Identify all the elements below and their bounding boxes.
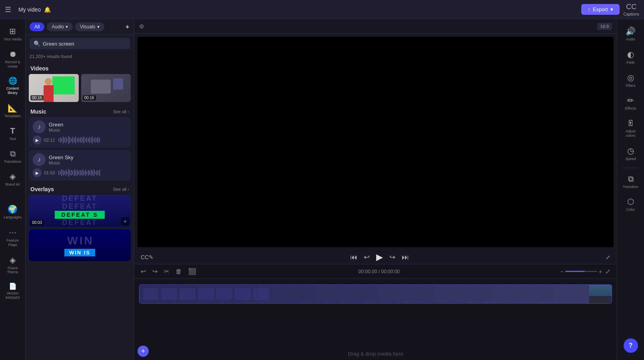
overlays-see-all[interactable]: See all › bbox=[113, 187, 129, 192]
content-library-icon: 🌐 bbox=[8, 76, 17, 85]
sidebar-item-feature-flags[interactable]: ⋯ FeatureFlags bbox=[2, 224, 24, 250]
sidebar-item-templates[interactable]: 📐 Templates bbox=[2, 100, 24, 122]
right-nav-audio[interactable]: 🔊 Audio bbox=[619, 23, 643, 45]
right-nav-speed[interactable]: ◷ Speed bbox=[619, 143, 643, 164]
overlays-section-title: Overlays bbox=[30, 186, 54, 192]
export-button[interactable]: ↑ Export ▾ bbox=[581, 4, 619, 15]
search-bar: 🔍 bbox=[30, 38, 130, 49]
skip-back-button[interactable]: ⏮ bbox=[350, 253, 357, 262]
captions-icon: CC bbox=[626, 3, 636, 11]
video-grid: 00:16 00:16 bbox=[29, 74, 131, 102]
add-media-button[interactable]: + bbox=[138, 346, 149, 357]
waveform-2 bbox=[58, 169, 127, 177]
music-item-1[interactable]: ♪ Green Music ▶ 02:12 bbox=[29, 117, 131, 148]
tab-all[interactable]: All bbox=[30, 22, 44, 31]
title-icon: 🔔 bbox=[44, 6, 51, 13]
defeat-highlight-text: DEFEAT S bbox=[55, 211, 104, 219]
brand-kit-icon: ◈ bbox=[10, 172, 16, 181]
help-button[interactable]: ? bbox=[624, 338, 638, 353]
music-section-title: Music bbox=[30, 108, 46, 115]
right-nav-effects[interactable]: ✏ Effects bbox=[619, 92, 643, 114]
caption-edit-button[interactable]: CC✎ bbox=[141, 254, 154, 260]
hamburger-menu[interactable]: ☰ bbox=[5, 5, 11, 14]
fade-icon: ◐ bbox=[627, 50, 634, 59]
clip-segment-6 bbox=[235, 288, 251, 300]
sidebar-item-transitions[interactable]: ⧉ Transitions bbox=[2, 146, 24, 167]
overlay-item-win[interactable]: W I N WIN IS bbox=[29, 229, 131, 261]
clip-thumbnail bbox=[589, 284, 612, 304]
sidebar-item-your-media[interactable]: ⊞ Your media bbox=[2, 23, 24, 45]
videos-section-header: Videos bbox=[29, 62, 131, 74]
preview-top-bar: ⚙ 16:9 bbox=[134, 19, 617, 34]
delete-button[interactable]: 🗑 bbox=[174, 267, 183, 276]
music-item-2[interactable]: ♪ Green Sky Music ▶ 01:50 bbox=[29, 150, 131, 180]
music-icon-1: ♪ bbox=[33, 120, 46, 133]
forward-button[interactable]: ↪ bbox=[389, 253, 395, 262]
languages-icon: 🌍 bbox=[8, 204, 18, 214]
right-nav-filters[interactable]: ◎ Filters bbox=[619, 70, 643, 91]
rewind-button[interactable]: ↩ bbox=[364, 253, 370, 262]
playback-row: CC✎ ⏮ ↩ ▶ ↪ ⏭ ⤢ bbox=[134, 250, 617, 264]
zoom-in-icon: + bbox=[599, 268, 602, 275]
fit-button[interactable]: ⤢ bbox=[604, 267, 612, 276]
feature-flags-icon: ⋯ bbox=[9, 228, 17, 237]
overlay-1-duration: 00:03 bbox=[30, 220, 44, 225]
search-input[interactable] bbox=[43, 41, 126, 47]
sidebar-item-fluent-theme[interactable]: ◈ FluentTheme bbox=[2, 252, 24, 278]
tab-visuals[interactable]: Visuals ▾ bbox=[75, 22, 104, 31]
music-see-all[interactable]: See all › bbox=[113, 109, 129, 114]
cut-button[interactable]: ✂ bbox=[162, 267, 171, 276]
clip-track-1[interactable] bbox=[139, 284, 612, 304]
preview-settings-icon[interactable]: ⚙ bbox=[139, 23, 144, 30]
overlay-1-add[interactable]: + bbox=[121, 217, 129, 225]
preview-ratio-btn[interactable]: 16:9 bbox=[597, 23, 612, 30]
timeline-time: 00:00.00 / 00:00:00 bbox=[359, 269, 400, 274]
title-section: My video 🔔 bbox=[18, 6, 577, 13]
right-nav-fade[interactable]: ◐ Fade bbox=[619, 46, 643, 68]
tab-audio[interactable]: Audio ▾ bbox=[47, 22, 73, 31]
right-nav-color[interactable]: ⬡ Color bbox=[619, 194, 643, 215]
expand-button[interactable]: ⤢ bbox=[606, 254, 610, 260]
music-info-2: Green Sky Music bbox=[49, 154, 127, 165]
video-1-duration: 00:16 bbox=[30, 95, 44, 100]
captions-button[interactable]: CC Captions bbox=[624, 3, 639, 16]
sidebar-item-record-create[interactable]: ⏺ Record &create bbox=[2, 46, 24, 72]
undo-button[interactable]: ↩ bbox=[139, 267, 148, 276]
skip-forward-button[interactable]: ⏭ bbox=[402, 253, 409, 262]
video-thumb-2[interactable]: 00:16 bbox=[81, 74, 131, 102]
sidebar-item-content-library[interactable]: 🌐 Contentlibrary bbox=[2, 73, 24, 98]
music-section-header: Music See all › bbox=[29, 105, 131, 117]
overlay-item-defeat[interactable]: DEFEAT DEFEAT DEFEAT S DEFEAT 00:03 + bbox=[29, 195, 131, 227]
sidebar-item-version[interactable]: 📄 Version8482a53 bbox=[2, 279, 24, 303]
zoom-out-icon: − bbox=[560, 268, 564, 275]
sidebar-item-languages[interactable]: 🌍 Languages bbox=[2, 201, 24, 223]
color-icon: ⬡ bbox=[627, 197, 634, 206]
clip-segment-4 bbox=[198, 288, 214, 300]
music-play-btn-2[interactable]: ▶ bbox=[33, 168, 42, 177]
text-icon: T bbox=[10, 126, 15, 136]
sparkle-button[interactable]: ✦ bbox=[125, 23, 130, 31]
adjust-colors-icon: 🎚 bbox=[627, 119, 635, 128]
waveform-1 bbox=[58, 136, 127, 144]
sidebar-item-brand-kit[interactable]: ◈ Brand kit bbox=[2, 168, 24, 190]
right-nav-adjust-colors[interactable]: 🎚 Adjustcolors bbox=[619, 116, 643, 141]
clip-segment-7 bbox=[253, 288, 269, 300]
panel-content: Videos 00:16 00:1 bbox=[26, 62, 134, 360]
timeline-toolbar: ↩ ↪ ✂ 🗑 ⬛ 00:00.00 / 00:00:00 − + ⤢ bbox=[134, 264, 617, 279]
save-button[interactable]: ⬛ bbox=[187, 267, 198, 276]
video-thumb-1[interactable]: 00:16 bbox=[29, 74, 79, 102]
clip-dots bbox=[143, 288, 269, 300]
right-nav-transition[interactable]: ⧉ Transition bbox=[619, 171, 643, 192]
music-name-1: Green bbox=[49, 122, 127, 128]
zoom-slider[interactable] bbox=[565, 271, 597, 272]
panel-tabs: All Audio ▾ Visuals ▾ ✦ bbox=[26, 19, 134, 35]
preview-canvas bbox=[138, 37, 614, 247]
play-button[interactable]: ▶ bbox=[376, 252, 383, 262]
sidebar-item-text[interactable]: T Text bbox=[2, 123, 24, 144]
captions-label: Captions bbox=[624, 12, 639, 16]
music-play-btn-1[interactable]: ▶ bbox=[33, 136, 42, 144]
win-highlight-text: WIN IS bbox=[64, 249, 95, 256]
audio-icon: 🔊 bbox=[626, 26, 636, 36]
templates-icon: 📐 bbox=[8, 103, 18, 113]
redo-button[interactable]: ↪ bbox=[151, 267, 159, 276]
